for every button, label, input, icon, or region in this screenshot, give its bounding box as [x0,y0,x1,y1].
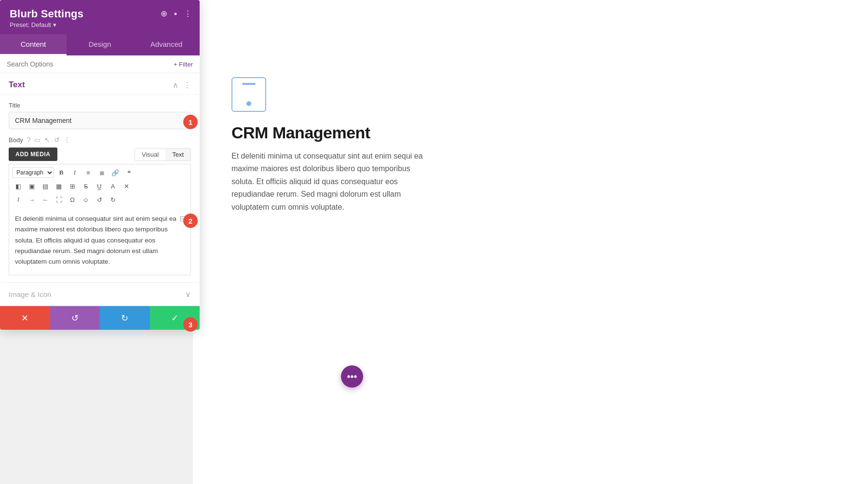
section-header-icons: ∧ ⋮ [173,81,191,90]
redo-button[interactable]: ↻ [100,306,150,330]
tab-advanced[interactable]: Advanced [133,34,200,55]
layout-icon[interactable]: ▪ [174,9,177,19]
editor-toolbar: Paragraph B I ≡ ≣ 🔗 ❝ ◧ ▣ ▤ ▦ ⊞ [9,164,191,208]
step-badge-3: 3 [183,317,198,332]
expand-icon[interactable]: ∨ [185,290,191,299]
help-icon[interactable]: ? [27,136,31,144]
tab-content[interactable]: Content [0,34,67,55]
icon-bottom-dot [246,101,251,106]
numbered-list-button[interactable]: ≣ [95,166,108,179]
link-button[interactable]: 🔗 [109,166,122,179]
bottom-bar: ✕ ↺ ↻ ✓ [0,306,200,330]
collapse-icon[interactable]: ∧ [173,81,178,90]
bold-button[interactable]: B [55,166,68,179]
emoji-button[interactable]: ☺ [80,193,92,206]
strikethrough-button[interactable]: S̶ [80,180,92,192]
undo2-button[interactable]: ↺ [93,193,106,206]
preview-body: Et deleniti minima ut consequatur sint a… [231,150,434,214]
focus-icon[interactable]: ⊕ [161,9,167,19]
fab-button[interactable]: ••• [341,365,363,388]
visual-text-tabs: Visual Text [135,148,191,161]
body-icons: ? ▭ ↖ ↺ ⋮ [27,136,71,144]
kebab-icon[interactable]: ⋮ [64,136,70,144]
align-center-button[interactable]: ▣ [26,180,38,192]
filter-button[interactable]: + Filter [174,61,193,68]
step-badge-2: 2 [183,214,198,228]
tablet-icon[interactable]: ▭ [34,136,41,144]
outdent-button[interactable]: ← [39,193,52,206]
right-preview-area: CRM Management Et deleniti minima ut con… [193,0,868,484]
indent-button[interactable]: → [26,193,38,206]
blockquote-button[interactable]: ❝ [122,166,135,179]
filter-label: + Filter [174,61,193,68]
table-button[interactable]: ⊞ [66,180,79,192]
redo2-button[interactable]: ↻ [107,193,119,206]
italic2-button[interactable]: I [12,193,25,206]
clear-format-button[interactable]: ✕ [120,180,133,192]
step-badge-1: 1 [183,115,198,129]
tab-text[interactable]: Text [165,148,190,161]
add-media-button[interactable]: ADD MEDIA [9,148,57,161]
undo-button[interactable]: ↺ [50,306,100,330]
justify-button[interactable]: ▦ [53,180,65,192]
underline-button[interactable]: U̲ [93,180,106,192]
search-bar: + Filter [0,55,200,73]
align-right-button[interactable]: ▤ [39,180,52,192]
font-color-button[interactable]: A [107,180,119,192]
italic-button[interactable]: I [68,166,81,179]
cursor-icon[interactable]: ↖ [44,136,50,144]
search-input[interactable] [7,60,174,68]
undo-small-icon[interactable]: ↺ [54,136,60,144]
panel-body: Text ∧ ⋮ Title Body ? ▭ ↖ ↺ [0,73,200,306]
cancel-button[interactable]: ✕ [0,306,50,330]
image-icon-section[interactable]: Image & Icon ∨ [0,282,200,306]
toolbar-row-3: I → ← ⛶ Ω ☺ ↺ ↻ [12,193,188,206]
text-section-header: Text ∧ ⋮ [0,73,200,95]
align-left-button[interactable]: ◧ [12,180,25,192]
image-icon-label: Image & Icon [9,290,51,298]
editor-content-text: Et deleniti minima ut consequatur sint a… [15,214,185,267]
main-container: Blurb Settings Preset: Default ▾ ⊕ ▪ ⋮ C… [0,0,868,484]
panel-preset[interactable]: Preset: Default ▾ [10,21,190,28]
body-label: Body [9,136,23,144]
bullet-list-button[interactable]: ≡ [82,166,95,179]
tab-design[interactable]: Design [67,34,133,55]
panel-header-icons: ⊕ ▪ ⋮ [161,9,192,19]
toolbar-row-1: Paragraph B I ≡ ≣ 🔗 ❝ [12,166,188,179]
title-label: Title [9,102,191,109]
fab-icon: ••• [347,371,357,382]
preview-title: CRM Management [231,123,434,142]
preview-icon-box [231,77,266,112]
text-section-title: Text [9,80,25,90]
omega-button[interactable]: Ω [66,193,79,206]
icon-top-bar [242,83,256,85]
toolbar-row-2: ◧ ▣ ▤ ▦ ⊞ S̶ U̲ A ✕ [12,180,188,192]
tab-visual[interactable]: Visual [135,148,165,161]
section-more-icon[interactable]: ⋮ [183,81,191,90]
preview-card: CRM Management Et deleniti minima ut con… [231,77,434,214]
more-icon[interactable]: ⋮ [184,9,192,19]
editor-toolbar-top: ADD MEDIA Visual Text [9,148,191,161]
body-row: Body ? ▭ ↖ ↺ ⋮ [9,136,191,144]
fullscreen-button[interactable]: ⛶ [53,193,65,206]
panel-header: Blurb Settings Preset: Default ▾ ⊕ ▪ ⋮ [0,0,200,34]
settings-panel: Blurb Settings Preset: Default ▾ ⊕ ▪ ⋮ C… [0,0,200,330]
text-section-content: Title Body ? ▭ ↖ ↺ ⋮ ADD MEDIA [0,95,200,282]
editor-content[interactable]: ⊟ Et deleniti minima ut consequatur sint… [9,208,191,275]
title-input[interactable] [9,112,191,129]
panel-tabs: Content Design Advanced [0,34,200,55]
paragraph-select[interactable]: Paragraph [12,167,54,178]
